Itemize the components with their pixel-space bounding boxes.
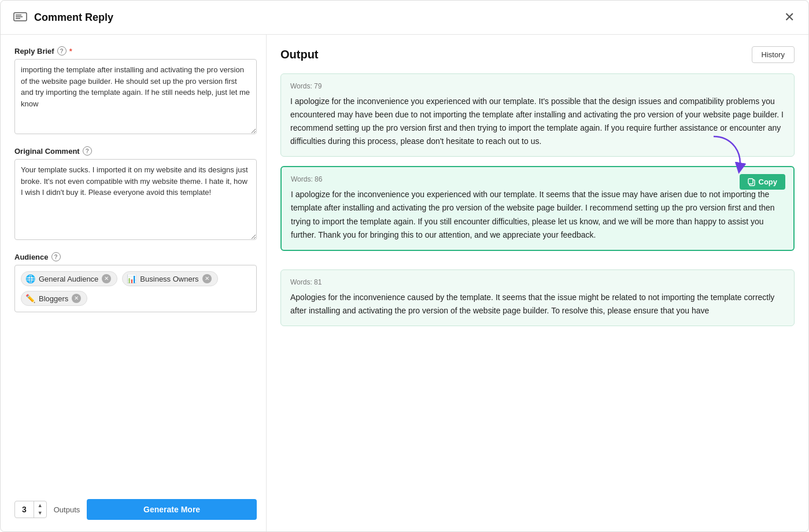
- modal-body: Reply Brief ? * importing the template a…: [1, 35, 808, 531]
- stepper-down-button[interactable]: ▼: [34, 509, 46, 517]
- copy-button[interactable]: Copy: [740, 174, 786, 190]
- audience-tag-business: 📊 Business Owners ✕: [122, 271, 217, 286]
- remove-bloggers-button[interactable]: ✕: [72, 294, 81, 303]
- audience-tag-general: 🌐 General Audience ✕: [21, 271, 117, 286]
- modal-title-row: Comment Reply: [12, 11, 113, 24]
- required-indicator: *: [69, 47, 72, 56]
- business-owners-label: Business Owners: [140, 275, 198, 283]
- left-panel: Reply Brief ? * importing the template a…: [1, 35, 267, 531]
- output-card-3: Words: 81 Apologies for the inconvenienc…: [280, 269, 795, 326]
- comment-icon: [12, 11, 28, 24]
- generate-more-button[interactable]: Generate More: [87, 499, 257, 520]
- audience-section: Audience ? 🌐 General Audience ✕ 📊 Busine…: [14, 252, 257, 312]
- output-header: Output History: [280, 46, 795, 63]
- output-card-2-words: Words: 86: [291, 175, 784, 183]
- reply-brief-label: Reply Brief ? *: [14, 46, 257, 56]
- audience-box: 🌐 General Audience ✕ 📊 Business Owners ✕…: [14, 265, 257, 312]
- audience-label: Audience ?: [14, 252, 257, 261]
- output-card-1: Words: 79 I apologize for the inconvenie…: [280, 73, 795, 157]
- output-card-3-text: Apologies for the inconvenience caused b…: [290, 291, 785, 317]
- output-card-3-words: Words: 81: [290, 278, 785, 286]
- modal-container: Comment Reply ✕ Reply Brief ? * importin…: [0, 0, 809, 532]
- stepper-arrows: ▲ ▼: [34, 502, 46, 517]
- modal-title: Comment Reply: [34, 12, 113, 24]
- remove-general-audience-button[interactable]: ✕: [102, 274, 111, 283]
- close-button[interactable]: ✕: [782, 9, 797, 26]
- outputs-value: 3: [15, 501, 34, 518]
- reply-brief-help-icon[interactable]: ?: [57, 46, 67, 56]
- right-panel: Output History Words: 79 I apologize for…: [267, 35, 808, 531]
- reply-brief-textarea[interactable]: importing the template after installing …: [14, 59, 257, 134]
- output-card-1-words: Words: 79: [290, 82, 785, 90]
- copy-icon: [748, 178, 755, 186]
- original-comment-section: Original Comment ? Your template sucks. …: [14, 146, 257, 242]
- original-comment-help-icon[interactable]: ?: [83, 146, 92, 156]
- original-comment-textarea[interactable]: Your template sucks. I imported it on my…: [14, 159, 257, 240]
- general-audience-label: General Audience: [39, 275, 98, 283]
- output-card-2-wrapper: Words: 86 Copy I apologize for the incon…: [280, 166, 795, 260]
- bloggers-icon: ✏️: [25, 294, 35, 303]
- output-title: Output: [280, 48, 319, 61]
- output-card-2: Words: 86 Copy I apologize for the incon…: [280, 166, 795, 250]
- history-button[interactable]: History: [752, 46, 795, 63]
- audience-help-icon[interactable]: ?: [51, 252, 61, 261]
- remove-business-owners-button[interactable]: ✕: [202, 274, 212, 283]
- output-card-2-text: I apologize for the inconvenience you ex…: [291, 188, 784, 241]
- svg-rect-5: [748, 179, 753, 184]
- original-comment-label: Original Comment ?: [14, 146, 257, 156]
- business-owners-icon: 📊: [127, 274, 136, 283]
- left-bottom-controls: 3 ▲ ▼ Outputs Generate More: [14, 493, 257, 520]
- stepper-up-button[interactable]: ▲: [34, 502, 46, 509]
- reply-brief-section: Reply Brief ? * importing the template a…: [14, 46, 257, 136]
- modal-header: Comment Reply ✕: [1, 1, 808, 35]
- general-audience-icon: 🌐: [25, 274, 35, 283]
- output-card-1-text: I apologize for the inconvenience you ex…: [290, 95, 785, 148]
- bloggers-label: Bloggers: [39, 294, 68, 303]
- outputs-label: Outputs: [54, 505, 80, 514]
- outputs-stepper: 3 ▲ ▼: [14, 501, 47, 518]
- audience-tag-bloggers: ✏️ Bloggers ✕: [21, 291, 87, 306]
